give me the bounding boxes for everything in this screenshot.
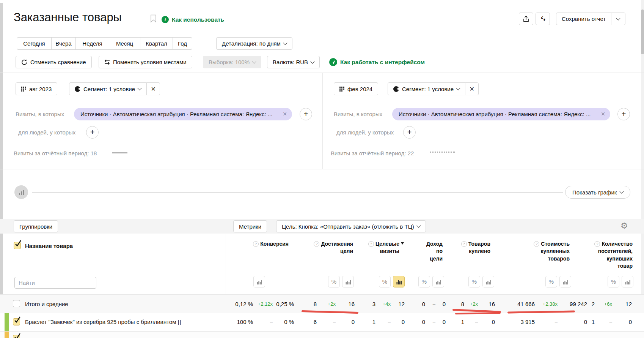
percent-icon: % xyxy=(472,278,477,285)
metric-cell-group: 1–0 xyxy=(355,319,405,325)
question-icon[interactable]: ? xyxy=(368,241,374,247)
yandex-metrica-report-page: Заказанные товары i Как использовать ‘’ … xyxy=(0,0,644,338)
comments-button[interactable]: ‘’ xyxy=(536,13,550,25)
question-icon[interactable]: ? xyxy=(534,241,539,247)
export-button[interactable] xyxy=(519,13,533,25)
date-range-b-label: фев 2024 xyxy=(347,86,372,92)
question-icon[interactable]: ? xyxy=(253,241,259,247)
cancel-compare-button[interactable]: Отменить сравнение xyxy=(16,56,92,68)
chevron-down-icon xyxy=(616,16,620,20)
question-icon[interactable]: ? xyxy=(594,241,600,247)
groupings-label: Группировки xyxy=(19,223,52,230)
column-header-products-cost[interactable]: ?Стоимость купленных товаров xyxy=(495,240,587,270)
metric-cell-group: 41 666+2.38x99 242 xyxy=(495,301,587,307)
name-column-header[interactable]: Название товара xyxy=(25,243,73,249)
chart-collapse-track xyxy=(32,192,563,193)
table-row-partial[interactable] xyxy=(0,331,644,338)
chart-slider-handle[interactable] xyxy=(14,185,28,199)
percent-toggle-buyers-count[interactable]: % xyxy=(608,276,619,287)
row-name[interactable]: Браслет "Замочек" из серебра 925 пробы с… xyxy=(25,319,181,325)
date-range-b-button[interactable]: фев 2024 xyxy=(334,82,378,95)
metric-cell-group: 3+4x12 xyxy=(355,301,405,307)
percent-toggle-goal-completions[interactable]: % xyxy=(328,276,340,287)
groupings-button[interactable]: Группировки xyxy=(14,220,58,232)
segment-b-dropdown[interactable]: Сегмент: 1 условие xyxy=(388,82,465,95)
column-header-buyers-count[interactable]: ?Количество посетителей, купивших товар xyxy=(587,240,644,270)
period-today[interactable]: Сегодня xyxy=(17,37,52,50)
bar-toggle-goal-visits[interactable] xyxy=(393,276,405,287)
column-header-goal-visits[interactable]: ?Целевые визиты xyxy=(355,240,405,270)
goal-dropdown[interactable]: Цель: Кнопка: «Отправить заказ» (отложит… xyxy=(276,220,426,232)
row-checkbox[interactable] xyxy=(13,300,20,307)
metric-cell-group: 8+2x16 xyxy=(294,301,355,307)
select-all-checkbox[interactable] xyxy=(14,242,21,249)
sort-desc-icon xyxy=(401,242,404,245)
column-header-goal-completions[interactable]: ?Достижения цели xyxy=(294,240,355,270)
percent-icon: % xyxy=(382,278,387,285)
period-quarter[interactable]: Квартал xyxy=(140,37,173,50)
save-report-menu-button[interactable] xyxy=(611,13,625,25)
date-range-a-button[interactable]: авг 2023 xyxy=(16,82,57,95)
close-icon[interactable]: ✕ xyxy=(283,111,287,117)
add-condition-button-b[interactable]: + xyxy=(617,108,630,120)
how-to-use-link[interactable]: i Как использовать xyxy=(162,16,224,23)
percent-toggle-products-bought[interactable]: % xyxy=(468,276,480,287)
row-color-bar xyxy=(5,313,9,331)
segment-condition-chip-a[interactable]: Источники · Автоматическая атрибуция · Р… xyxy=(74,108,292,120)
interface-help-link[interactable]: Как работать с интерфейсом xyxy=(329,58,425,66)
column-header-conversion[interactable]: ?Конверсия xyxy=(226,240,294,270)
scrollbar-thumb[interactable] xyxy=(641,9,644,54)
segment-a-control: Сегмент: 1 условие ✕ xyxy=(69,82,160,95)
search-input[interactable] xyxy=(14,277,96,289)
period-yesterday[interactable]: Вчера xyxy=(51,37,76,50)
bar-chart-icon xyxy=(257,279,262,284)
add-people-condition-button-b[interactable]: + xyxy=(403,126,416,139)
period-week[interactable]: Неделя xyxy=(75,37,109,50)
segment-b-close-button[interactable]: ✕ xyxy=(465,82,479,95)
chevron-down-icon xyxy=(456,86,460,90)
series-a-line-indicator xyxy=(112,152,127,153)
period-total-b: Визиты за отчётный период: 22 xyxy=(331,150,414,156)
bar-toggle-goal-completions[interactable] xyxy=(342,276,354,287)
export-icon xyxy=(523,16,529,22)
bar-toggle-goal-revenue[interactable] xyxy=(432,276,444,287)
bookmark-icon[interactable] xyxy=(150,14,157,23)
row-checkbox[interactable] xyxy=(13,335,20,338)
bar-toggle-products-cost[interactable] xyxy=(559,276,571,287)
segment-a-close-button[interactable]: ✕ xyxy=(146,82,160,95)
percent-toggle-goal-visits[interactable]: % xyxy=(379,276,391,287)
date-range-a-label: авг 2023 xyxy=(29,86,52,92)
question-icon[interactable]: ? xyxy=(461,241,467,247)
gear-icon[interactable]: ⚙ xyxy=(620,222,628,230)
metrics-button[interactable]: Метрики xyxy=(233,220,267,232)
segment-condition-chip-b[interactable]: Источники · Автоматическая атрибуция · Р… xyxy=(392,108,610,120)
bar-toggle-products-bought[interactable] xyxy=(482,276,494,287)
column-header-products-bought[interactable]: ?Товаров куплено xyxy=(446,240,495,270)
question-icon[interactable]: ? xyxy=(314,241,319,247)
row-checkbox[interactable] xyxy=(13,318,20,325)
bar-toggle-conversion[interactable] xyxy=(253,276,265,287)
swap-conditions-button[interactable]: Поменять условия местами xyxy=(99,56,192,68)
percent-toggle-goal-revenue[interactable]: % xyxy=(418,276,430,287)
chevron-down-icon xyxy=(620,189,624,193)
period-year[interactable]: Год xyxy=(173,37,192,50)
chevron-down-icon xyxy=(137,86,141,90)
currency-dropdown[interactable]: Валюта: RUB xyxy=(267,56,320,68)
show-graph-button[interactable]: Показать график xyxy=(565,186,630,199)
close-icon[interactable]: ✕ xyxy=(601,111,605,117)
detalization-dropdown[interactable]: Детализация: по дням xyxy=(216,37,292,50)
segment-a-dropdown[interactable]: Сегмент: 1 условие xyxy=(69,82,147,95)
period-month[interactable]: Месяц xyxy=(109,37,140,50)
row-color-bar xyxy=(5,332,9,338)
plus-icon: + xyxy=(407,128,412,137)
bar-toggle-buyers-count[interactable] xyxy=(622,276,633,287)
percent-toggle-products-cost[interactable]: % xyxy=(545,276,557,287)
row-name: Итого и средние xyxy=(25,301,68,307)
column-header-goal-revenue[interactable]: Доход по цели xyxy=(405,240,446,270)
save-report-button[interactable]: Сохранить отчет xyxy=(556,13,611,25)
table-row-totals[interactable]: Итого и средние 0,12 %+2.12x0,25 % 8+2x1… xyxy=(0,294,644,313)
add-people-condition-button-a[interactable]: + xyxy=(86,126,99,139)
table-row-product[interactable]: Браслет "Замочек" из серебра 925 пробы с… xyxy=(0,313,644,331)
percent-icon: % xyxy=(549,278,554,285)
add-condition-button-a[interactable]: + xyxy=(300,108,312,120)
